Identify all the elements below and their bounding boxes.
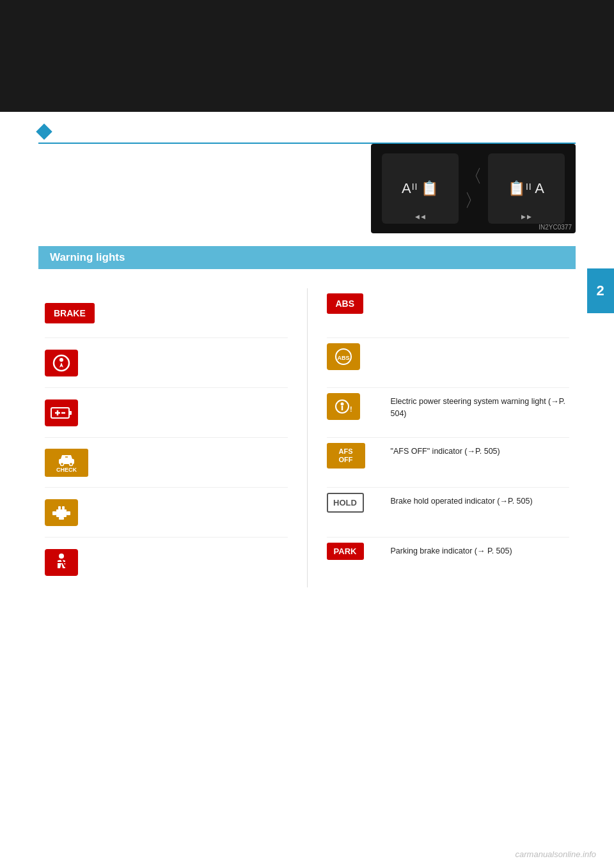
svg-rect-14 [62,506,65,509]
afs-off-badge: AFSOFF [327,443,365,469]
diamond-bullet-icon [36,123,52,139]
section-header [38,118,576,144]
eps-description: Electric power steering system warning l… [384,393,570,421]
park-description: Parking brake indicator (→ P. 505) [384,543,512,557]
srs-warning [45,338,288,388]
brake-warning: BRAKE [45,288,288,338]
park-badge: PARK [327,543,364,560]
svg-rect-15 [59,517,64,520]
engine-badge [45,499,78,526]
warnings-left-column: BRAKE [45,288,308,587]
svg-rect-13 [58,506,61,509]
check-warning: CHECK [45,438,288,488]
svg-point-8 [61,462,64,465]
top-decorative-bar [0,0,614,112]
seatbelt-warning [45,538,288,587]
abs-badge: ABS [327,293,364,314]
hold-warning: HOLD Brake hold operated indicator (→P. … [327,488,570,538]
svg-rect-10 [56,509,67,517]
eps-warning: ! Electric power steering system warning… [327,388,570,438]
svg-rect-11 [52,511,56,515]
hold-description: Brake hold operated indicator (→P. 505) [384,493,533,508]
svg-rect-3 [69,411,72,415]
afs-off-warning: AFSOFF "AFS OFF" indicator (→P. 505) [327,438,570,488]
check-label: CHECK [56,467,77,473]
warning-section-title: Warning lights [50,251,125,263]
svg-point-16 [59,554,64,559]
park-warning: PARK Parking brake indicator (→ P. 505) [327,538,570,587]
battery-warning [45,388,288,438]
abs-description [384,293,391,296]
page-number-tab: 2 [587,268,614,313]
srs-badge [45,350,78,376]
svg-point-9 [70,462,73,465]
engine-warning [45,488,288,538]
svg-point-22 [340,403,343,406]
svg-point-1 [59,358,63,362]
page-number: 2 [596,283,604,298]
seatbelt-badge [45,549,78,576]
afs-off-description: "AFS OFF" indicator (→P. 505) [384,443,500,458]
warning-lights-header: Warning lights [38,246,576,269]
brake-badge: BRAKE [45,303,95,323]
check-badge: CHECK [45,449,88,477]
svg-text:ABS: ABS [337,355,349,361]
abs-warning: ABS [327,288,570,338]
image-caption: IN2YC0377 [539,224,572,231]
bottom-watermark: carmanualsonline.info [516,849,596,859]
svg-rect-12 [67,511,70,515]
svg-text:!: ! [350,405,352,413]
instrument-cluster-image: AII 📋 ◀ ◀ 〈 〉 📋II A ▶ ▶ IN2YC0377 [38,144,576,233]
abs-circle-warning: ABS [327,338,570,388]
hold-badge: HOLD [327,493,364,513]
warnings-right-column: ABS ABS [308,288,570,587]
eps-badge: ! [327,393,360,420]
abs-circle-description [384,343,391,346]
battery-badge [45,399,78,426]
warning-lights-container: BRAKE [45,288,569,587]
abs-circle-badge: ABS [327,343,360,370]
